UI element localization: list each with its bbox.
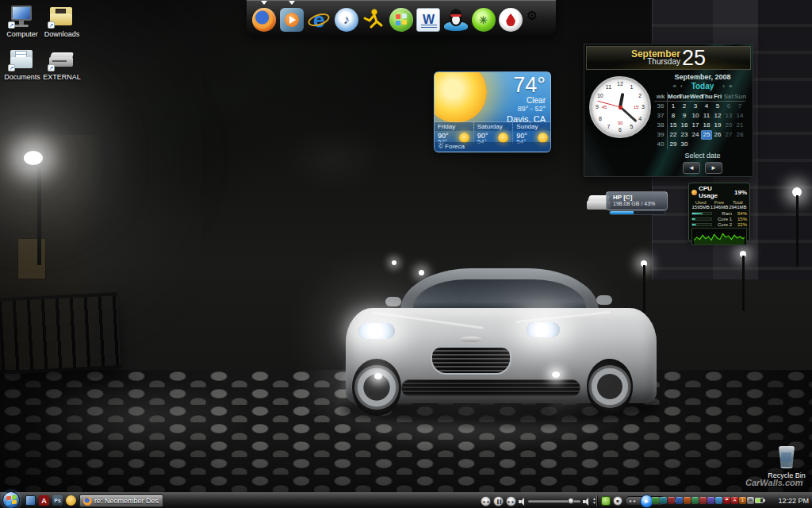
tray-orange-app-icon[interactable] <box>684 497 691 504</box>
itunes-icon: ♪ <box>335 8 358 32</box>
weather-widget[interactable]: 74° Clear 89° - 52° Davis, CA Friday90°5… <box>434 71 551 152</box>
tray-red-swirl-icon[interactable] <box>699 497 707 504</box>
emule-icon[interactable] <box>66 495 76 506</box>
forecast-day-saturday[interactable]: Saturday90°54° <box>473 122 513 144</box>
calendar-day[interactable]: 21 <box>734 121 745 130</box>
tray-green-app-icon[interactable] <box>652 497 659 504</box>
calendar-day[interactable]: 17 <box>690 121 701 130</box>
tray-red-app-icon[interactable] <box>668 497 675 504</box>
prev-month-arrow[interactable]: ‹ <box>680 83 683 90</box>
next-button[interactable]: ►► <box>506 496 516 506</box>
calendar-day[interactable]: 3 <box>690 102 701 111</box>
recycle-bin[interactable]: Recycle Bin <box>764 446 809 479</box>
desktop-icon-computer[interactable]: ↗Computer <box>3 5 41 48</box>
documents-folder-icon: ↗ <box>8 48 36 71</box>
start-flag-blue <box>6 501 11 506</box>
tray-red-a-icon[interactable]: A <box>731 497 738 504</box>
calendar-next-button[interactable]: ► <box>705 162 722 174</box>
tray-one-icon[interactable]: 1 <box>739 497 746 504</box>
taskbar-window-button[interactable]: re: Neomember Des... <box>79 495 163 507</box>
calendar-day[interactable]: 5 <box>712 102 723 111</box>
dock-item-aim[interactable] <box>361 6 386 33</box>
tray-avira-icon[interactable]: ☂ <box>723 497 730 504</box>
calendar-day[interactable]: 12 <box>712 111 723 121</box>
calendar-day[interactable]: 28 <box>734 130 745 140</box>
calendar-day[interactable]: 7 <box>734 102 745 111</box>
calendar-day[interactable]: 27 <box>723 130 734 140</box>
calendar-day[interactable]: 2 <box>679 102 690 111</box>
show-desktop-icon[interactable] <box>25 495 36 506</box>
adobe-reader-icon[interactable]: A <box>39 495 49 506</box>
calendar-prev-button[interactable]: ◄ <box>683 162 700 174</box>
firefox-icon <box>252 8 276 32</box>
calendar-day[interactable]: 22 <box>668 130 679 140</box>
dock-item-word[interactable]: W <box>416 6 441 33</box>
calendar-day[interactable]: 4 <box>701 102 712 111</box>
tray-blue-globe-icon[interactable] <box>676 497 683 504</box>
drive-meter-widget[interactable]: HP [C] 198.08 GB / 43% <box>587 190 668 217</box>
calendar-day[interactable]: 13 <box>723 111 734 121</box>
previous-button[interactable]: ◄◄ <box>481 496 491 506</box>
calendar-day[interactable]: 9 <box>679 111 690 121</box>
calendar-day[interactable]: 11 <box>701 111 712 121</box>
tray-purple-app-icon[interactable] <box>707 497 714 504</box>
calendar-day[interactable]: 15 <box>668 121 679 130</box>
next-year-arrow[interactable]: » <box>729 83 732 90</box>
today-link[interactable]: Today <box>691 82 714 90</box>
dock-item-internet-explorer[interactable]: e <box>306 6 331 33</box>
dock-item-firefox[interactable] <box>251 6 277 33</box>
volume-slider-thumb[interactable] <box>568 498 574 504</box>
tray-messenger-icon[interactable] <box>715 497 722 504</box>
lamp-glow-behind-car-2 <box>392 260 396 265</box>
current-temp: 74° <box>507 74 546 96</box>
calendar-day[interactable]: 18 <box>701 121 712 130</box>
calendar-day[interactable]: 10 <box>690 111 701 121</box>
cpu-usage-widget[interactable]: CPU Usage 19% UsedFreeTotal1595MB1346MB2… <box>688 183 750 241</box>
dock-item-windows[interactable] <box>389 6 414 33</box>
volume-slider[interactable] <box>528 500 580 502</box>
weather-footer: © Foreca <box>435 142 551 152</box>
calendar-day[interactable]: 1 <box>668 102 679 111</box>
calendar-panel: September, 2008 « ‹ Today › » wkMonTueWe… <box>654 73 751 174</box>
cpu-widget-icon <box>691 190 697 195</box>
forecast-day-sunday[interactable]: Sunday90°54° <box>512 122 551 144</box>
start-button[interactable] <box>2 491 20 508</box>
pause-button[interactable]: ▐▐ <box>493 496 504 506</box>
dock-item-qq[interactable] <box>443 6 469 33</box>
banner-day: 25 <box>682 46 706 70</box>
green-play-button[interactable] <box>601 496 611 506</box>
dock-item-codec-config[interactable]: ⚙ <box>526 6 551 33</box>
photoshop-icon[interactable]: Ps <box>52 495 63 506</box>
calendar-day[interactable]: 19 <box>712 121 723 130</box>
desktop-icon-external[interactable]: ↗EXTERNAL <box>43 48 81 90</box>
calendar-day[interactable]: 26 <box>712 130 723 140</box>
kmplayer-icon <box>280 8 304 32</box>
forecast-day-friday[interactable]: Friday90°52° <box>435 122 473 144</box>
calendar-day-selected[interactable]: 25 <box>701 130 712 140</box>
calendar-day[interactable]: 6 <box>723 102 734 111</box>
calendar-day[interactable]: 30 <box>679 140 690 149</box>
calendar-day[interactable]: 24 <box>690 130 701 140</box>
rewind-button[interactable]: ◄◄ <box>628 498 636 503</box>
taskbar-clock[interactable]: 12:22 PM <box>778 493 809 508</box>
calendar-day[interactable]: 14 <box>734 111 745 121</box>
tray-green-doc-icon[interactable] <box>691 497 699 504</box>
battery-icon[interactable] <box>755 498 764 503</box>
calendar-day[interactable]: 23 <box>679 130 690 140</box>
prev-year-arrow[interactable]: « <box>673 83 676 90</box>
calendar-day[interactable]: 8 <box>668 111 679 121</box>
desktop-icon-downloads[interactable]: ↗Downloads <box>43 5 81 48</box>
next-month-arrow[interactable]: › <box>722 83 725 90</box>
dock-item-green-orb[interactable]: ✳ <box>471 6 496 33</box>
dock-item-nero[interactable] <box>498 6 523 33</box>
calendar-day[interactable]: 20 <box>723 121 734 130</box>
tray-teal-app-icon[interactable] <box>660 497 667 504</box>
dock-item-kmplayer[interactable] <box>279 6 304 33</box>
lamp-pole-far-right <box>796 195 799 267</box>
tray-gray-a-icon[interactable]: A <box>747 497 754 504</box>
calendar-day[interactable]: 29 <box>668 140 679 149</box>
stop-button[interactable]: ■ <box>613 496 622 506</box>
calendar-day[interactable]: 16 <box>679 121 690 130</box>
dock-item-itunes[interactable]: ♪ <box>334 6 359 33</box>
desktop-icon-documents[interactable]: ↗Documents <box>3 48 41 90</box>
